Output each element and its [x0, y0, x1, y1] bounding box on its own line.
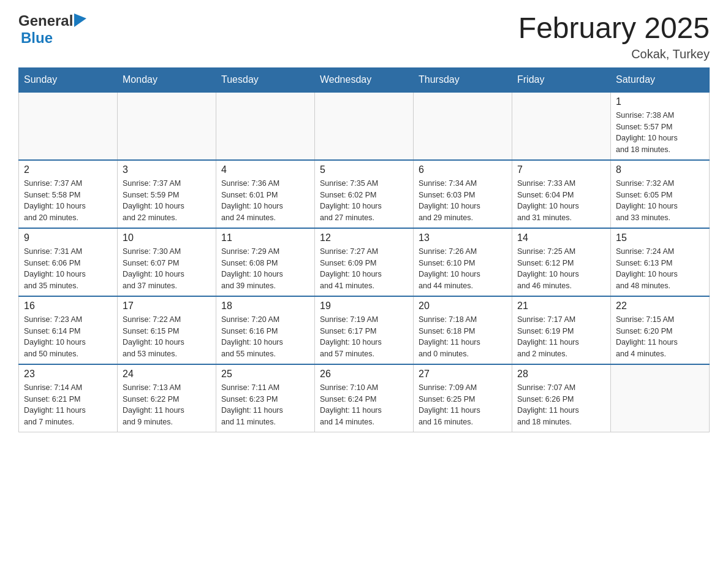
- logo-blue-text: Blue: [21, 29, 53, 47]
- calendar-cell: 23Sunrise: 7:14 AMSunset: 6:21 PMDayligh…: [19, 364, 118, 432]
- location-title: Cokak, Turkey: [518, 47, 710, 61]
- day-info: Sunrise: 7:20 AMSunset: 6:16 PMDaylight:…: [221, 314, 309, 360]
- day-info: Sunrise: 7:18 AMSunset: 6:18 PMDaylight:…: [419, 314, 507, 360]
- day-number: 7: [517, 164, 605, 175]
- calendar-cell: 26Sunrise: 7:10 AMSunset: 6:24 PMDayligh…: [315, 364, 414, 432]
- calendar-cell: 13Sunrise: 7:26 AMSunset: 6:10 PMDayligh…: [414, 228, 512, 296]
- day-number: 15: [616, 232, 704, 243]
- calendar-week-row: 9Sunrise: 7:31 AMSunset: 6:06 PMDaylight…: [19, 228, 710, 296]
- day-number: 23: [24, 369, 112, 380]
- calendar-cell: 16Sunrise: 7:23 AMSunset: 6:14 PMDayligh…: [19, 296, 118, 364]
- day-number: 6: [419, 164, 507, 175]
- calendar-cell: [512, 92, 611, 160]
- day-number: 21: [517, 301, 605, 312]
- day-info: Sunrise: 7:09 AMSunset: 6:25 PMDaylight:…: [419, 382, 507, 428]
- day-number: 9: [24, 232, 112, 243]
- day-info: Sunrise: 7:38 AMSunset: 5:57 PMDaylight:…: [616, 110, 704, 156]
- calendar-cell: 17Sunrise: 7:22 AMSunset: 6:15 PMDayligh…: [118, 296, 216, 364]
- day-info: Sunrise: 7:17 AMSunset: 6:19 PMDaylight:…: [517, 314, 605, 360]
- calendar-cell: [118, 92, 216, 160]
- calendar-table: SundayMondayTuesdayWednesdayThursdayFrid…: [18, 67, 710, 432]
- calendar-cell: [216, 92, 315, 160]
- day-number: 26: [320, 369, 408, 380]
- calendar-cell: 19Sunrise: 7:19 AMSunset: 6:17 PMDayligh…: [315, 296, 414, 364]
- calendar-week-row: 2Sunrise: 7:37 AMSunset: 5:58 PMDaylight…: [19, 160, 710, 228]
- day-number: 8: [616, 164, 704, 175]
- calendar-cell: [315, 92, 414, 160]
- calendar-cell: 25Sunrise: 7:11 AMSunset: 6:23 PMDayligh…: [216, 364, 315, 432]
- weekday-header-thursday: Thursday: [414, 67, 512, 92]
- svg-marker-0: [74, 13, 86, 27]
- calendar-cell: 14Sunrise: 7:25 AMSunset: 6:12 PMDayligh…: [512, 228, 611, 296]
- calendar-cell: 20Sunrise: 7:18 AMSunset: 6:18 PMDayligh…: [414, 296, 512, 364]
- day-number: 2: [24, 164, 112, 175]
- day-number: 17: [123, 301, 211, 312]
- day-info: Sunrise: 7:37 AMSunset: 5:58 PMDaylight:…: [24, 178, 112, 224]
- day-number: 20: [419, 301, 507, 312]
- day-info: Sunrise: 7:34 AMSunset: 6:03 PMDaylight:…: [419, 178, 507, 224]
- calendar-cell: 12Sunrise: 7:27 AMSunset: 6:09 PMDayligh…: [315, 228, 414, 296]
- month-title: February 2025: [518, 12, 710, 45]
- calendar-cell: 8Sunrise: 7:32 AMSunset: 6:05 PMDaylight…: [611, 160, 710, 228]
- weekday-header-wednesday: Wednesday: [315, 67, 414, 92]
- day-number: 22: [616, 301, 704, 312]
- day-info: Sunrise: 7:36 AMSunset: 6:01 PMDaylight:…: [221, 178, 309, 224]
- logo: General Blue: [18, 12, 86, 47]
- day-number: 27: [419, 369, 507, 380]
- day-info: Sunrise: 7:14 AMSunset: 6:21 PMDaylight:…: [24, 382, 112, 428]
- day-info: Sunrise: 7:13 AMSunset: 6:22 PMDaylight:…: [123, 382, 211, 428]
- calendar-week-row: 1Sunrise: 7:38 AMSunset: 5:57 PMDaylight…: [19, 92, 710, 160]
- day-number: 3: [123, 164, 211, 175]
- page-header: General Blue February 2025 Cokak, Turkey: [18, 12, 710, 61]
- day-number: 24: [123, 369, 211, 380]
- day-info: Sunrise: 7:11 AMSunset: 6:23 PMDaylight:…: [221, 382, 309, 428]
- calendar-cell: 4Sunrise: 7:36 AMSunset: 6:01 PMDaylight…: [216, 160, 315, 228]
- day-info: Sunrise: 7:07 AMSunset: 6:26 PMDaylight:…: [517, 382, 605, 428]
- calendar-cell: [414, 92, 512, 160]
- calendar-cell: [611, 364, 710, 432]
- calendar-cell: 18Sunrise: 7:20 AMSunset: 6:16 PMDayligh…: [216, 296, 315, 364]
- day-info: Sunrise: 7:23 AMSunset: 6:14 PMDaylight:…: [24, 314, 112, 360]
- day-info: Sunrise: 7:24 AMSunset: 6:13 PMDaylight:…: [616, 246, 704, 292]
- calendar-week-row: 16Sunrise: 7:23 AMSunset: 6:14 PMDayligh…: [19, 296, 710, 364]
- calendar-cell: 6Sunrise: 7:34 AMSunset: 6:03 PMDaylight…: [414, 160, 512, 228]
- day-number: 13: [419, 232, 507, 243]
- day-number: 28: [517, 369, 605, 380]
- day-number: 1: [616, 96, 704, 107]
- calendar-cell: 10Sunrise: 7:30 AMSunset: 6:07 PMDayligh…: [118, 228, 216, 296]
- day-info: Sunrise: 7:30 AMSunset: 6:07 PMDaylight:…: [123, 246, 211, 292]
- calendar-week-row: 23Sunrise: 7:14 AMSunset: 6:21 PMDayligh…: [19, 364, 710, 432]
- calendar-cell: 2Sunrise: 7:37 AMSunset: 5:58 PMDaylight…: [19, 160, 118, 228]
- day-number: 5: [320, 164, 408, 175]
- weekday-header-friday: Friday: [512, 67, 611, 92]
- day-number: 18: [221, 301, 309, 312]
- day-info: Sunrise: 7:19 AMSunset: 6:17 PMDaylight:…: [320, 314, 408, 360]
- weekday-header-sunday: Sunday: [19, 67, 118, 92]
- calendar-cell: 27Sunrise: 7:09 AMSunset: 6:25 PMDayligh…: [414, 364, 512, 432]
- weekday-header-monday: Monday: [118, 67, 216, 92]
- calendar-cell: 5Sunrise: 7:35 AMSunset: 6:02 PMDaylight…: [315, 160, 414, 228]
- day-info: Sunrise: 7:37 AMSunset: 5:59 PMDaylight:…: [123, 178, 211, 224]
- day-info: Sunrise: 7:15 AMSunset: 6:20 PMDaylight:…: [616, 314, 704, 360]
- day-info: Sunrise: 7:26 AMSunset: 6:10 PMDaylight:…: [419, 246, 507, 292]
- day-number: 4: [221, 164, 309, 175]
- day-info: Sunrise: 7:22 AMSunset: 6:15 PMDaylight:…: [123, 314, 211, 360]
- weekday-header-tuesday: Tuesday: [216, 67, 315, 92]
- calendar-cell: 1Sunrise: 7:38 AMSunset: 5:57 PMDaylight…: [611, 92, 710, 160]
- calendar-cell: 21Sunrise: 7:17 AMSunset: 6:19 PMDayligh…: [512, 296, 611, 364]
- logo-triangle-icon: [74, 13, 86, 27]
- weekday-header-saturday: Saturday: [611, 67, 710, 92]
- day-info: Sunrise: 7:25 AMSunset: 6:12 PMDaylight:…: [517, 246, 605, 292]
- calendar-cell: 7Sunrise: 7:33 AMSunset: 6:04 PMDaylight…: [512, 160, 611, 228]
- logo-general-text: General: [18, 12, 73, 29]
- day-info: Sunrise: 7:27 AMSunset: 6:09 PMDaylight:…: [320, 246, 408, 292]
- calendar-cell: 28Sunrise: 7:07 AMSunset: 6:26 PMDayligh…: [512, 364, 611, 432]
- calendar-cell: 22Sunrise: 7:15 AMSunset: 6:20 PMDayligh…: [611, 296, 710, 364]
- day-number: 16: [24, 301, 112, 312]
- calendar-cell: 3Sunrise: 7:37 AMSunset: 5:59 PMDaylight…: [118, 160, 216, 228]
- day-info: Sunrise: 7:31 AMSunset: 6:06 PMDaylight:…: [24, 246, 112, 292]
- day-info: Sunrise: 7:32 AMSunset: 6:05 PMDaylight:…: [616, 178, 704, 224]
- day-number: 12: [320, 232, 408, 243]
- day-info: Sunrise: 7:35 AMSunset: 6:02 PMDaylight:…: [320, 178, 408, 224]
- day-info: Sunrise: 7:29 AMSunset: 6:08 PMDaylight:…: [221, 246, 309, 292]
